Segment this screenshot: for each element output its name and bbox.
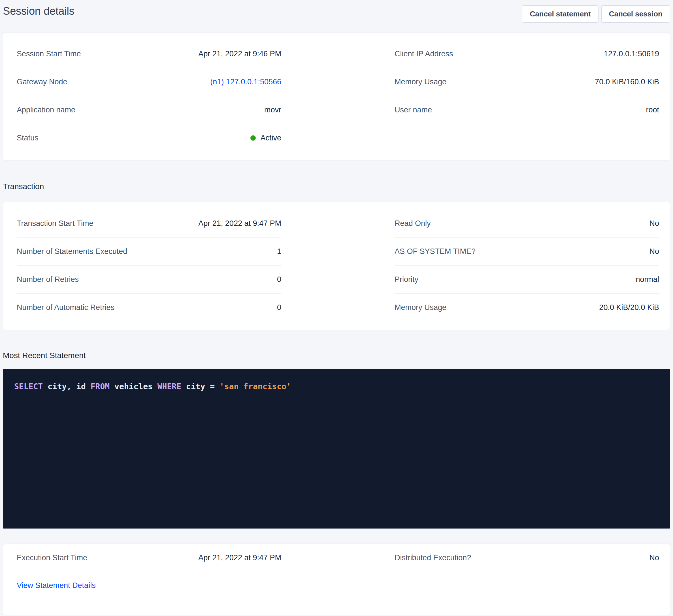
- transaction-start-time-label: Transaction Start Time: [17, 219, 93, 228]
- application-name-value: movr: [264, 105, 281, 114]
- session-start-time-value: Apr 21, 2022 at 9:46 PM: [198, 49, 281, 58]
- sql-token-string-literal: 'san francisco': [220, 382, 291, 391]
- number-of-retries-row: Number of Retries 0: [17, 266, 281, 294]
- automatic-retries-value: 0: [277, 303, 281, 312]
- transaction-card: Transaction Start Time Apr 21, 2022 at 9…: [3, 202, 670, 330]
- gateway-node-row: Gateway Node (n1) 127.0.0.1:50566: [17, 68, 281, 96]
- status-active-text: Active: [260, 133, 281, 142]
- execution-start-time-label: Execution Start Time: [17, 554, 87, 562]
- transaction-right-column: Read Only No AS OF SYSTEM TIME? No Prior…: [395, 210, 659, 321]
- as-of-system-time-label: AS OF SYSTEM TIME?: [395, 247, 476, 256]
- session-summary-left-column: Session Start Time Apr 21, 2022 at 9:46 …: [17, 40, 281, 152]
- distributed-execution-value: No: [649, 554, 659, 562]
- execution-left-column: Execution Start Time Apr 21, 2022 at 9:4…: [17, 544, 281, 599]
- application-name-row: Application name movr: [17, 96, 281, 124]
- session-details-page: Session details Cancel statement Cancel …: [0, 0, 673, 615]
- transaction-memory-usage-label: Memory Usage: [395, 303, 446, 312]
- distributed-execution-label: Distributed Execution?: [395, 554, 471, 562]
- session-summary-right-column: Client IP Address 127.0.0.1:50619 Memory…: [395, 40, 659, 152]
- transaction-left-column: Transaction Start Time Apr 21, 2022 at 9…: [17, 210, 281, 321]
- session-memory-usage-value: 70.0 KiB/160.0 KiB: [595, 77, 659, 86]
- read-only-row: Read Only No: [395, 210, 659, 238]
- statements-executed-label: Number of Statements Executed: [17, 247, 127, 256]
- view-statement-details-row: View Statement Details: [17, 572, 281, 599]
- number-of-retries-label: Number of Retries: [17, 275, 79, 284]
- gateway-node-label: Gateway Node: [17, 77, 67, 86]
- number-of-retries-value: 0: [277, 275, 281, 284]
- execution-card: Execution Start Time Apr 21, 2022 at 9:4…: [3, 543, 670, 615]
- priority-row: Priority normal: [395, 266, 659, 294]
- sql-token-from: FROM: [91, 382, 109, 391]
- sql-token-table: vehicles: [109, 382, 158, 391]
- sql-token-columns: city, id: [43, 382, 91, 391]
- statements-executed-row: Number of Statements Executed 1: [17, 238, 281, 266]
- priority-value: normal: [636, 275, 659, 284]
- execution-right-column: Distributed Execution? No: [395, 544, 659, 599]
- application-name-label: Application name: [17, 105, 75, 114]
- automatic-retries-label: Number of Automatic Retries: [17, 303, 115, 312]
- transaction-start-time-value: Apr 21, 2022 at 9:47 PM: [198, 219, 281, 228]
- status-active-dot-icon: [250, 135, 256, 141]
- session-start-time-row: Session Start Time Apr 21, 2022 at 9:46 …: [17, 40, 281, 68]
- sql-token-equals: =: [210, 382, 215, 391]
- sql-statement-text: SELECT city, id FROM vehicles WHERE city…: [14, 381, 659, 392]
- client-ip-value: 127.0.0.1:50619: [604, 49, 659, 58]
- transaction-memory-usage-value: 20.0 KiB/20.0 KiB: [599, 303, 659, 312]
- user-name-value: root: [646, 105, 659, 114]
- sql-token-column: city: [181, 382, 210, 391]
- as-of-system-time-value: No: [649, 247, 659, 256]
- transaction-start-time-row: Transaction Start Time Apr 21, 2022 at 9…: [17, 210, 281, 238]
- sql-token-where: WHERE: [158, 382, 181, 391]
- read-only-value: No: [649, 219, 659, 228]
- user-name-row: User name root: [395, 96, 659, 124]
- header-actions: Cancel statement Cancel session: [522, 5, 670, 23]
- gateway-node-link[interactable]: (n1) 127.0.0.1:50566: [210, 77, 281, 86]
- priority-label: Priority: [395, 275, 418, 284]
- sql-statement-box: SELECT city, id FROM vehicles WHERE city…: [3, 369, 670, 529]
- session-start-time-label: Session Start Time: [17, 49, 81, 58]
- sql-token-space: [215, 382, 220, 391]
- page-title: Session details: [3, 4, 74, 18]
- cancel-statement-button[interactable]: Cancel statement: [522, 5, 598, 23]
- user-name-label: User name: [395, 105, 432, 114]
- execution-start-time-row: Execution Start Time Apr 21, 2022 at 9:4…: [17, 544, 281, 572]
- status-value: Active: [250, 133, 281, 142]
- automatic-retries-row: Number of Automatic Retries 0: [17, 294, 281, 321]
- as-of-system-time-row: AS OF SYSTEM TIME? No: [395, 238, 659, 266]
- status-row: Status Active: [17, 124, 281, 152]
- most-recent-statement-title: Most Recent Statement: [3, 350, 670, 361]
- transaction-memory-usage-row: Memory Usage 20.0 KiB/20.0 KiB: [395, 294, 659, 321]
- cancel-session-button[interactable]: Cancel session: [601, 5, 670, 23]
- transaction-section-title: Transaction: [3, 182, 670, 192]
- statements-executed-value: 1: [277, 247, 281, 256]
- distributed-execution-row: Distributed Execution? No: [395, 544, 659, 572]
- read-only-label: Read Only: [395, 219, 431, 228]
- client-ip-row: Client IP Address 127.0.0.1:50619: [395, 40, 659, 68]
- session-memory-usage-row: Memory Usage 70.0 KiB/160.0 KiB: [395, 68, 659, 96]
- session-summary-card: Session Start Time Apr 21, 2022 at 9:46 …: [3, 32, 670, 161]
- status-label: Status: [17, 133, 38, 142]
- session-memory-usage-label: Memory Usage: [395, 77, 446, 86]
- sql-token-select: SELECT: [14, 382, 43, 391]
- view-statement-details-link[interactable]: View Statement Details: [17, 581, 96, 590]
- client-ip-label: Client IP Address: [395, 49, 453, 58]
- execution-start-time-value: Apr 21, 2022 at 9:47 PM: [198, 554, 281, 562]
- page-header: Session details Cancel statement Cancel …: [3, 0, 670, 32]
